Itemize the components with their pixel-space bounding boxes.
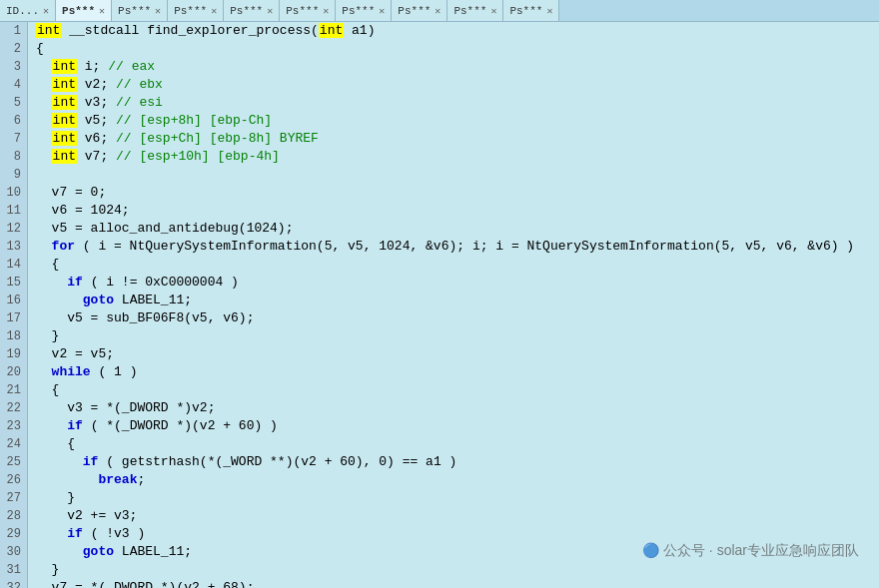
code-line: 21 {: [0, 381, 879, 399]
line-number: 16: [0, 292, 28, 309]
line-content: int v7; // [esp+10h] [ebp-4h]: [28, 148, 280, 166]
line-number: 28: [0, 507, 28, 525]
tab-bar: ID...✕Ps***✕Ps***✕Ps***✕Ps***✕Ps***✕Ps**…: [0, 0, 879, 22]
line-number: 24: [0, 435, 28, 453]
line-number: 12: [0, 220, 28, 238]
tab-close-icon[interactable]: ✕: [211, 5, 217, 17]
tab-close-icon[interactable]: ✕: [267, 5, 273, 17]
line-content: goto LABEL_11;: [28, 543, 192, 561]
line-content: }: [28, 489, 75, 507]
keyword-int: int: [52, 131, 77, 146]
line-number: 1: [0, 22, 28, 40]
code-line: 14 {: [0, 256, 879, 274]
tab-close-icon[interactable]: ✕: [379, 5, 385, 17]
line-number: 14: [0, 256, 28, 274]
code-line: 4 int v2; // ebx: [0, 76, 879, 94]
tab-ps8[interactable]: Ps***✕: [447, 0, 503, 21]
line-number: 9: [0, 166, 28, 184]
line-number: 27: [0, 489, 28, 507]
code-line: 25 if ( getstrhash(*(_WORD **)(v2 + 60),…: [0, 453, 879, 471]
tab-id[interactable]: ID...✕: [0, 0, 56, 21]
tab-label: Ps***: [62, 5, 95, 17]
tab-close-icon[interactable]: ✕: [43, 5, 49, 17]
tab-label: Ps***: [230, 5, 263, 17]
line-content: goto LABEL_11;: [28, 292, 192, 309]
tab-close-icon[interactable]: ✕: [323, 5, 329, 17]
code-line: 7 int v6; // [esp+Ch] [ebp-8h] BYREF: [0, 130, 879, 148]
tab-close-icon[interactable]: ✕: [155, 5, 161, 17]
code-line: 19 v2 = v5;: [0, 345, 879, 363]
code-line: 9: [0, 166, 879, 184]
code-line: 23 if ( *(_DWORD *)(v2 + 60) ): [0, 417, 879, 435]
tab-ps1[interactable]: Ps***✕: [56, 0, 112, 21]
tab-ps5[interactable]: Ps***✕: [280, 0, 336, 21]
keyword-int: int: [52, 77, 77, 92]
tab-ps3[interactable]: Ps***✕: [168, 0, 224, 21]
tab-label: Ps***: [509, 5, 542, 17]
code-line: 28 v2 += v3;: [0, 507, 879, 525]
tab-ps4[interactable]: Ps***✕: [224, 0, 280, 21]
code-line: 2{: [0, 40, 879, 58]
code-line: 24 {: [0, 435, 879, 453]
code-line: 26 break;: [0, 471, 879, 489]
code-line: 22 v3 = *(_DWORD *)v2;: [0, 399, 879, 417]
comment: // esi: [116, 95, 163, 110]
keyword-int: int: [52, 113, 77, 128]
line-content: v7 = 0;: [28, 184, 106, 202]
tab-close-icon[interactable]: ✕: [490, 5, 496, 17]
line-content: int v3; // esi: [28, 94, 163, 112]
line-content: {: [28, 435, 75, 453]
line-content: v6 = 1024;: [28, 202, 130, 220]
tab-ps7[interactable]: Ps***✕: [392, 0, 447, 21]
code-line: 1int __stdcall find_explorer_process(int…: [0, 22, 879, 40]
line-number: 19: [0, 345, 28, 363]
tab-close-icon[interactable]: ✕: [546, 5, 552, 17]
code-area: 1int __stdcall find_explorer_process(int…: [0, 22, 879, 588]
keyword-if: if: [67, 275, 83, 290]
line-content: v5 = alloc_and_antidebug(1024);: [28, 220, 293, 238]
tab-label: Ps***: [118, 5, 151, 17]
line-content: for ( i = NtQuerySystemInformation(5, v5…: [28, 238, 854, 256]
tab-close-icon[interactable]: ✕: [99, 5, 105, 17]
line-number: 18: [0, 327, 28, 345]
keyword-if: if: [67, 418, 83, 433]
line-content: if ( i != 0xC0000004 ): [28, 274, 239, 292]
line-number: 3: [0, 58, 28, 76]
tab-close-icon[interactable]: ✕: [435, 5, 440, 17]
line-number: 4: [0, 76, 28, 94]
line-content: v7 = *(_DWORD *)(v2 + 68);: [28, 579, 254, 588]
line-content: v5 = sub_BF06F8(v5, v6);: [28, 309, 254, 327]
line-content: if ( getstrhash(*(_WORD **)(v2 + 60), 0)…: [28, 453, 456, 471]
line-number: 20: [0, 363, 28, 381]
line-number: 5: [0, 94, 28, 112]
line-content: int i; // eax: [28, 58, 155, 76]
keyword-int: int: [52, 95, 77, 110]
line-content: if ( *(_DWORD *)(v2 + 60) ): [28, 417, 278, 435]
tab-label: Ps***: [174, 5, 207, 17]
keyword-int: int: [52, 149, 77, 164]
tab-ps9[interactable]: Ps***✕: [503, 0, 559, 21]
tab-label: Ps***: [286, 5, 319, 17]
code-line: 11 v6 = 1024;: [0, 202, 879, 220]
code-line: 5 int v3; // esi: [0, 94, 879, 112]
line-number: 26: [0, 471, 28, 489]
line-content: while ( 1 ): [28, 363, 137, 381]
line-content: }: [28, 327, 59, 345]
line-number: 10: [0, 184, 28, 202]
code-line: 31 }: [0, 561, 879, 579]
line-content: v2 = v5;: [28, 345, 114, 363]
line-content: int v6; // [esp+Ch] [ebp-8h] BYREF: [28, 130, 319, 148]
code-line: 17 v5 = sub_BF06F8(v5, v6);: [0, 309, 879, 327]
line-number: 21: [0, 381, 28, 399]
code-line: 29 if ( !v3 ): [0, 525, 879, 543]
line-number: 32: [0, 579, 28, 588]
line-content: if ( !v3 ): [28, 525, 145, 543]
line-number: 15: [0, 274, 28, 292]
code-line: 30 goto LABEL_11;: [0, 543, 879, 561]
line-number: 11: [0, 202, 28, 220]
keyword-break: break: [98, 472, 137, 487]
keyword-for: for: [52, 239, 75, 254]
tab-ps6[interactable]: Ps***✕: [336, 0, 392, 21]
tab-ps2[interactable]: Ps***✕: [112, 0, 168, 21]
line-number: 17: [0, 309, 28, 327]
